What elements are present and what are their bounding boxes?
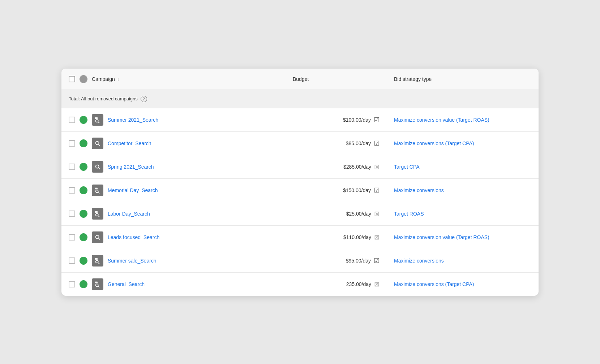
row-checkbox-6[interactable] <box>69 257 75 264</box>
row-checkbox-0[interactable] <box>69 117 75 123</box>
table-row: Memorial Day_Search $150.00/day ☑ Maximi… <box>61 178 539 202</box>
help-icon[interactable]: ? <box>141 96 147 102</box>
budget-amount-7: 235.00/day <box>346 281 371 287</box>
status-dot-0 <box>80 116 87 124</box>
row-checkbox-4[interactable] <box>69 211 75 217</box>
budget-cell-0: $100.00/day ☑ <box>286 108 387 131</box>
status-dot-6 <box>80 257 87 265</box>
row-checkbox-1[interactable] <box>69 140 75 147</box>
campaign-name-link-6[interactable]: Summer sale_Search <box>108 258 157 264</box>
campaign-cell-1: Competitor_Search <box>61 131 286 155</box>
budget-envelope-icon-6[interactable]: ☑ <box>374 257 380 265</box>
campaign-icon <box>92 161 103 173</box>
campaign-cell-7: General_Search <box>61 272 286 296</box>
row-checkbox-7[interactable] <box>69 281 75 287</box>
svg-line-9 <box>98 192 99 193</box>
sort-arrow-icon[interactable]: ↓ <box>117 77 119 82</box>
svg-line-6 <box>99 168 100 169</box>
budget-amount-4: $25.00/day <box>346 211 371 217</box>
budget-envelope-icon-3[interactable]: ☑ <box>374 186 380 194</box>
bid-strategy-cell-0[interactable]: Maximize conversion value (Target ROAS) <box>387 108 539 131</box>
campaign-icon <box>92 185 103 196</box>
budget-cell-4: $25.00/day ⊠ <box>286 202 387 225</box>
campaign-name-link-4[interactable]: Labor Day_Search <box>108 211 150 217</box>
bid-strategy-cell-6[interactable]: Maximize conversions <box>387 249 539 272</box>
select-all-checkbox[interactable] <box>69 76 75 82</box>
budget-column-header: Budget <box>286 69 387 90</box>
budget-cell-3: $150.00/day ☑ <box>286 178 387 202</box>
campaign-icon <box>92 208 103 220</box>
bid-strategy-header-label: Bid strategy type <box>394 76 432 82</box>
campaign-cell-4: Labor Day_Search <box>61 202 286 225</box>
campaign-cell-2: Spring 2021_Search <box>61 155 286 178</box>
table-row: Summer sale_Search $95.00/day ☑ Maximize… <box>61 249 539 272</box>
budget-envelope-icon-5[interactable]: ⊠ <box>374 233 380 241</box>
budget-amount-2: $285.00/day <box>343 164 371 170</box>
svg-line-4 <box>99 144 100 146</box>
campaign-name-link-1[interactable]: Competitor_Search <box>108 140 151 146</box>
total-row: Total: All but removed campaigns ? <box>61 90 539 108</box>
campaign-header-label[interactable]: Campaign ↓ <box>92 76 119 82</box>
bid-strategy-cell-1[interactable]: Maximize conversions (Target CPA) <box>387 131 539 155</box>
budget-envelope-icon-7[interactable]: ⊠ <box>374 280 380 288</box>
campaigns-table: Campaign ↓ Budget Bid strategy type <box>61 69 539 296</box>
campaign-column-header: Campaign ↓ <box>61 69 286 90</box>
budget-cell-5: $110.00/day ⊠ <box>286 225 387 249</box>
budget-cell-2: $285.00/day ⊠ <box>286 155 387 178</box>
bid-strategy-cell-2[interactable]: Target CPA <box>387 155 539 178</box>
campaign-cell-6: Summer sale_Search <box>61 249 286 272</box>
row-checkbox-3[interactable] <box>69 187 75 194</box>
table-row: General_Search 235.00/day ⊠ Maximize con… <box>61 272 539 296</box>
budget-amount-3: $150.00/day <box>343 187 371 193</box>
campaign-name-link-5[interactable]: Leads focused_Search <box>108 234 159 240</box>
budget-cell-7: 235.00/day ⊠ <box>286 272 387 296</box>
budget-amount-1: $85.00/day <box>346 140 371 146</box>
budget-amount-5: $110.00/day <box>343 234 371 240</box>
row-checkbox-2[interactable] <box>69 164 75 170</box>
campaign-icon <box>92 138 103 149</box>
campaign-name-link-3[interactable]: Memorial Day_Search <box>108 187 158 193</box>
campaign-icon <box>92 114 103 126</box>
budget-envelope-icon-1[interactable]: ☑ <box>374 139 380 147</box>
status-dot-2 <box>80 163 87 171</box>
campaign-icon <box>92 231 103 243</box>
total-row-cell: Total: All but removed campaigns ? <box>61 90 539 108</box>
status-dot-1 <box>80 139 87 147</box>
svg-line-20 <box>98 286 99 287</box>
campaign-cell-5: Leads focused_Search <box>61 225 286 249</box>
campaign-name-link-7[interactable]: General_Search <box>108 281 145 287</box>
bid-strategy-cell-7[interactable]: Maximize conversions (Target CPA) <box>387 272 539 296</box>
bid-strategy-column-header: Bid strategy type <box>387 69 539 90</box>
table-row: Summer 2021_Search $100.00/day ☑ Maximiz… <box>61 108 539 131</box>
bid-strategy-cell-3[interactable]: Maximize conversions <box>387 178 539 202</box>
svg-line-14 <box>99 238 100 239</box>
status-dot-4 <box>80 210 87 218</box>
svg-rect-18 <box>95 281 98 283</box>
campaign-cell-0: Summer 2021_Search <box>61 108 286 131</box>
svg-rect-10 <box>95 211 98 213</box>
budget-amount-6: $95.00/day <box>346 258 371 264</box>
campaign-name-link-0[interactable]: Summer 2021_Search <box>108 117 158 123</box>
budget-envelope-icon-0[interactable]: ☑ <box>374 116 380 124</box>
status-dot-3 <box>80 186 87 194</box>
svg-line-12 <box>98 216 99 217</box>
table-row: Competitor_Search $85.00/day ☑ Maximize … <box>61 131 539 155</box>
status-filter-dot[interactable] <box>80 75 87 83</box>
row-checkbox-5[interactable] <box>69 234 75 240</box>
bid-strategy-cell-5[interactable]: Maximize conversion value (Target ROAS) <box>387 225 539 249</box>
campaign-icon <box>92 278 103 290</box>
svg-rect-7 <box>95 187 98 189</box>
campaign-name-link-2[interactable]: Spring 2021_Search <box>108 164 154 170</box>
budget-header-label: Budget <box>293 76 309 82</box>
svg-line-2 <box>98 122 99 123</box>
campaigns-table-container: Campaign ↓ Budget Bid strategy type <box>61 69 539 296</box>
table-row: Leads focused_Search $110.00/day ⊠ Maxim… <box>61 225 539 249</box>
campaign-cell-3: Memorial Day_Search <box>61 178 286 202</box>
bid-strategy-cell-4[interactable]: Target ROAS <box>387 202 539 225</box>
svg-line-17 <box>98 263 99 264</box>
svg-rect-0 <box>95 117 98 119</box>
status-dot-5 <box>80 233 87 241</box>
table-header-row: Campaign ↓ Budget Bid strategy type <box>61 69 539 90</box>
budget-envelope-icon-4[interactable]: ⊠ <box>374 210 380 218</box>
budget-envelope-icon-2[interactable]: ⊠ <box>374 163 380 171</box>
